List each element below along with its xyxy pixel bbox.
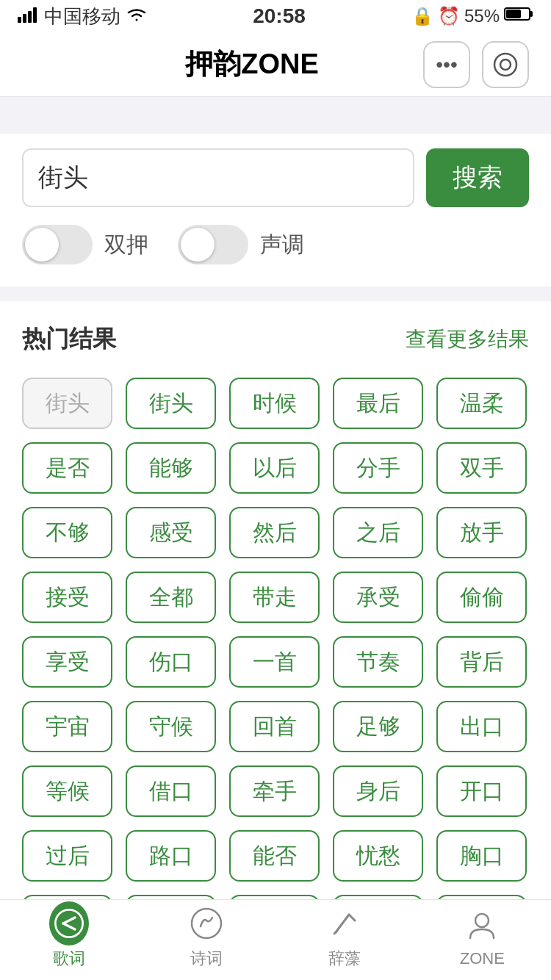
double-rhyme-toggle-item: 双押 [22,225,148,264]
status-bar: 中国移动 20:58 🔒 ⏰ 55% [0,0,551,32]
tag-item[interactable]: 是否 [22,442,112,494]
tag-item[interactable]: 能够 [126,442,216,494]
status-time: 20:58 [253,4,306,28]
top-spacer [0,97,551,134]
tag-item[interactable]: 守候 [126,701,216,752]
tag-item[interactable]: 然后 [229,507,320,558]
double-rhyme-label: 双押 [104,230,148,260]
tag-item[interactable]: 全都 [126,572,216,623]
tone-toggle[interactable] [178,225,248,264]
battery-label: 55% [464,6,500,26]
svg-line-15 [334,931,337,934]
tag-item[interactable]: 能否 [229,830,320,882]
svg-point-7 [494,54,516,76]
search-section: 搜索 双押 声调 [0,134,551,287]
svg-line-11 [63,923,75,929]
tag-item[interactable]: 出口 [436,701,527,752]
carrier-label: 中国移动 [44,4,120,29]
svg-rect-1 [23,14,26,23]
tag-item[interactable]: 不够 [22,507,112,558]
tag-item[interactable]: 节奏 [333,636,423,688]
zone-icon [462,905,502,945]
svg-rect-3 [33,7,37,23]
tab-vocab[interactable]: 辞藻 [300,904,389,970]
lock-icon: 🔒 [411,6,433,26]
status-left: 中国移动 [18,4,147,29]
tag-item[interactable]: 偷偷 [436,572,527,623]
svg-point-16 [475,914,489,927]
tab-poetry[interactable]: 诗词 [162,904,251,970]
poetry-icon [187,904,226,943]
tag-item[interactable]: 享受 [22,636,112,688]
tag-item[interactable]: 双手 [436,442,527,494]
tag-item[interactable]: 街头 [22,378,112,429]
search-button[interactable]: 搜索 [426,148,529,207]
tag-item[interactable]: 承受 [333,572,423,623]
tone-toggle-item: 声调 [178,225,304,264]
tag-item[interactable]: 接受 [22,572,112,623]
svg-rect-2 [28,11,32,23]
wifi-icon [126,5,147,28]
tone-label: 声调 [260,230,304,260]
more-button[interactable]: ••• [423,41,470,88]
tag-item[interactable]: 足够 [333,701,423,752]
tag-item[interactable]: 之后 [333,507,423,558]
battery-icon [504,6,533,26]
app-title: 押韵ZONE [81,46,423,83]
vocab-icon [325,904,364,943]
search-row: 搜索 [22,148,529,207]
results-more-link[interactable]: 查看更多结果 [406,325,529,353]
tab-zone-label: ZONE [460,949,505,968]
tag-item[interactable]: 街头 [126,378,216,429]
tags-grid: 街头街头时候最后温柔是否能够以后分手双手不够感受然后之后放手接受全都带走承受偷偷… [22,378,529,946]
lyrics-icon [49,904,89,943]
tag-item[interactable]: 以后 [229,442,320,494]
tag-item[interactable]: 牵手 [229,765,320,817]
tab-lyrics[interactable]: 歌词 [25,904,113,970]
tab-vocab-label: 辞藻 [328,948,361,970]
double-rhyme-toggle[interactable] [22,225,93,264]
tag-item[interactable]: 带走 [229,572,320,623]
tag-item[interactable]: 放手 [436,507,527,558]
tag-item[interactable]: 感受 [126,507,216,558]
tag-item[interactable]: 胸口 [436,830,527,882]
tab-lyrics-label: 歌词 [53,948,85,970]
tag-item[interactable]: 宇宙 [22,701,112,752]
signal-icon [18,5,38,28]
tag-item[interactable]: 分手 [333,442,423,494]
toggle-row: 双押 声调 [22,225,529,264]
results-header: 热门结果 查看更多结果 [22,323,529,356]
tag-item[interactable]: 最后 [333,378,423,429]
results-section: 热门结果 查看更多结果 街头街头时候最后温柔是否能够以后分手双手不够感受然后之后… [0,301,551,968]
tab-bar: 歌词 诗词 辞藻 ZONE [0,899,551,980]
svg-point-9 [55,909,82,937]
nav-actions: ••• [423,41,529,88]
tag-item[interactable]: 背后 [436,636,527,688]
tag-item[interactable]: 路口 [126,830,216,882]
svg-point-12 [192,909,221,938]
tag-item[interactable]: 一首 [229,636,320,688]
search-input[interactable] [22,148,414,207]
tab-zone[interactable]: ZONE [438,905,526,968]
svg-rect-6 [506,10,521,18]
nav-bar: 押韵ZONE ••• [0,32,551,97]
tag-item[interactable]: 借口 [126,765,216,817]
tag-item[interactable]: 回首 [229,701,320,752]
tag-item[interactable]: 温柔 [436,378,527,429]
tag-item[interactable]: 开口 [436,765,527,817]
alarm-icon: ⏰ [438,6,460,26]
tag-item[interactable]: 伤口 [126,636,216,688]
tab-poetry-label: 诗词 [190,948,223,970]
svg-rect-0 [18,17,21,23]
tag-item[interactable]: 等候 [22,765,112,817]
record-button[interactable] [482,41,529,88]
status-right: 🔒 ⏰ 55% [411,6,533,26]
tag-item[interactable]: 时候 [229,378,320,429]
tag-item[interactable]: 身后 [333,765,423,817]
results-title: 热门结果 [22,323,116,356]
tag-item[interactable]: 忧愁 [333,830,423,882]
tag-item[interactable]: 过后 [22,830,112,882]
svg-line-10 [63,918,75,923]
svg-point-8 [500,60,511,70]
svg-rect-5 [530,11,533,17]
